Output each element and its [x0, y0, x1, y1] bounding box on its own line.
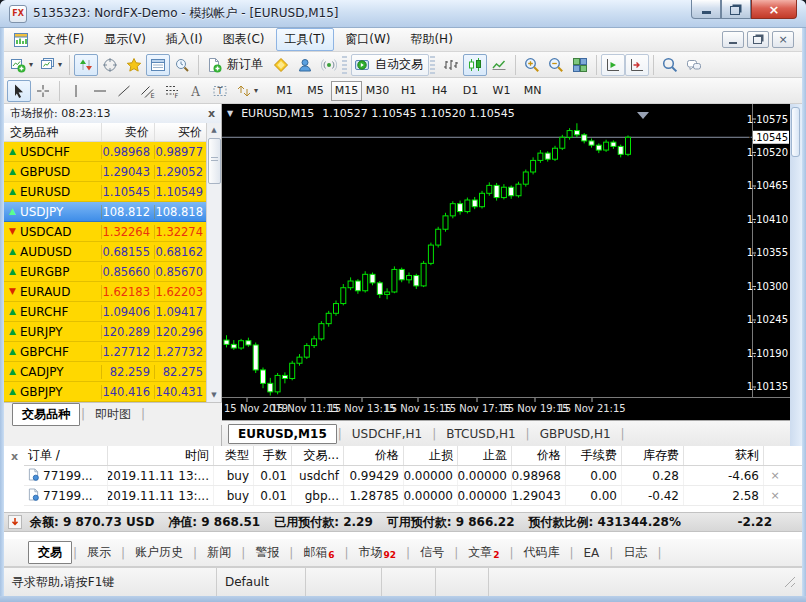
- market-watch-close-button[interactable]: x: [208, 107, 215, 120]
- market-watch-row[interactable]: ▲EURGBP0.856600.85670: [4, 262, 207, 282]
- column-header[interactable]: 手数: [254, 446, 292, 465]
- market-watch-row[interactable]: ▲GBPCHF1.277121.27732: [4, 342, 207, 362]
- chevron-down-icon[interactable]: ▾: [29, 60, 33, 69]
- equidistant-channel-button[interactable]: E: [136, 80, 160, 102]
- market-watch-row[interactable]: ▲GBPUSD1.290431.29052: [4, 162, 207, 182]
- market-watch-tab[interactable]: 即时图: [86, 404, 140, 425]
- timeframe-m5[interactable]: M5: [300, 81, 331, 101]
- column-header[interactable]: 手续费: [566, 446, 622, 465]
- terminal-tab[interactable]: EA: [575, 544, 609, 562]
- terminal-tab[interactable]: 交易: [28, 541, 72, 564]
- minimize-button[interactable]: [691, 0, 721, 19]
- order-row[interactable]: 77199...2019.11.11 13:...buy0.01usdchf0.…: [24, 466, 802, 486]
- title-bar[interactable]: FX 5135323: NordFX-Demo - 模拟帐户 - [EURUSD…: [0, 0, 806, 28]
- chart-tab[interactable]: USDCHF,H1: [343, 425, 431, 443]
- column-header[interactable]: 止盈: [458, 446, 512, 465]
- toolbar-grip[interactable]: [430, 56, 435, 74]
- market-watch-button[interactable]: [74, 54, 98, 76]
- timeframe-m1[interactable]: M1: [269, 81, 300, 101]
- chevron-down-icon[interactable]: ▾: [58, 60, 62, 69]
- market-watch-row[interactable]: ▲EURUSD1.105451.10549: [4, 182, 207, 202]
- column-symbol[interactable]: 交易品种: [4, 123, 101, 141]
- vertical-scrollbar[interactable]: [790, 104, 802, 446]
- restore-button[interactable]: [721, 0, 751, 19]
- terminal-tab[interactable]: 代码库: [514, 542, 568, 563]
- close-button[interactable]: ×: [751, 0, 797, 19]
- terminal-close-button[interactable]: x: [8, 450, 21, 463]
- new-chart-button[interactable]: ▾: [7, 54, 36, 76]
- line-chart-button[interactable]: [487, 54, 511, 76]
- terminal-tab[interactable]: 新闻: [198, 542, 240, 563]
- autotrading-button[interactable]: 自动交易: [351, 54, 429, 76]
- terminal-tab[interactable]: 信号: [411, 542, 453, 563]
- text-button[interactable]: A: [184, 80, 208, 102]
- market-watch-row[interactable]: ▲GBPJPY140.416140.431: [4, 382, 207, 402]
- market-watch-row[interactable]: ▼EURAUD1.621831.62203: [4, 282, 207, 302]
- column-header[interactable]: 类型: [214, 446, 254, 465]
- column-header[interactable]: 订单 /: [24, 446, 108, 465]
- column-header[interactable]: 止损: [404, 446, 458, 465]
- tile-windows-button[interactable]: [568, 54, 592, 76]
- column-header[interactable]: 时间: [108, 446, 214, 465]
- close-position-icon[interactable]: ×: [764, 489, 786, 502]
- menu-item-file[interactable]: 文件(F): [35, 28, 93, 51]
- market-watch-row[interactable]: ▲AUDUSD0.681550.68162: [4, 242, 207, 262]
- scroll-up-icon[interactable]: ▲: [207, 123, 221, 137]
- zoom-out-button[interactable]: [544, 54, 568, 76]
- vertical-line-button[interactable]: [64, 80, 88, 102]
- terminal-tab[interactable]: 展示: [78, 542, 120, 563]
- fibonacci-button[interactable]: F: [160, 80, 184, 102]
- trendline-button[interactable]: [112, 80, 136, 102]
- column-ask[interactable]: 买价: [154, 123, 207, 141]
- bar-chart-button[interactable]: [439, 54, 463, 76]
- text-label-button[interactable]: T: [208, 80, 232, 102]
- chat-button[interactable]: [682, 54, 706, 76]
- market-watch-row[interactable]: ▲EURCHF1.094061.09417: [4, 302, 207, 322]
- terminal-tab[interactable]: 警报: [246, 542, 288, 563]
- menu-item-view[interactable]: 显示(V): [95, 28, 155, 51]
- signals-button[interactable]: [317, 54, 341, 76]
- timeframe-h4[interactable]: H4: [424, 81, 455, 101]
- mdi-close-button[interactable]: ×: [772, 31, 794, 48]
- chevron-down-icon[interactable]: ▼: [227, 109, 233, 118]
- shapes-button[interactable]: ▾: [232, 80, 261, 102]
- column-header[interactable]: 交易...: [292, 446, 344, 465]
- mdi-restore-button[interactable]: [747, 31, 769, 48]
- menu-item-tools[interactable]: 工具(T): [276, 28, 335, 51]
- menu-item-window[interactable]: 窗口(W): [336, 28, 399, 51]
- terminal-tab[interactable]: 日志: [614, 542, 656, 563]
- terminal-tab[interactable]: 邮箱6: [294, 542, 343, 563]
- close-position-icon[interactable]: ×: [764, 469, 786, 482]
- community-button[interactable]: [293, 54, 317, 76]
- toolbar-grip[interactable]: [342, 56, 347, 74]
- timeframe-m30[interactable]: M30: [362, 81, 393, 101]
- terminal-panel-button[interactable]: [146, 54, 170, 76]
- timeframe-h1[interactable]: H1: [393, 81, 424, 101]
- search-button[interactable]: [658, 54, 682, 76]
- market-watch-row[interactable]: ▲EURJPY120.289120.296: [4, 322, 207, 342]
- status-profile[interactable]: Default: [217, 568, 306, 596]
- market-watch-tab[interactable]: 交易品种: [12, 403, 80, 426]
- profiles-button[interactable]: ▾: [36, 54, 65, 76]
- timeframe-w1[interactable]: W1: [486, 81, 517, 101]
- chart-tab[interactable]: BTCUSD,H1: [437, 425, 524, 443]
- menu-item-help[interactable]: 帮助(H): [401, 28, 461, 51]
- terminal-tab[interactable]: 文章2: [459, 542, 508, 563]
- timeframe-d1[interactable]: D1: [455, 81, 486, 101]
- candlestick-chart-button[interactable]: [463, 54, 487, 76]
- timeframe-mn[interactable]: MN: [517, 81, 548, 101]
- terminal-tab[interactable]: 市场92: [350, 542, 406, 563]
- timeframe-m15[interactable]: M15: [331, 81, 362, 101]
- market-watch-row[interactable]: ▲USDCHF0.989680.98977: [4, 142, 207, 162]
- chart-tab[interactable]: EURUSD,M15: [228, 424, 337, 444]
- market-watch-row[interactable]: ▼USDCAD1.322641.32274: [4, 222, 207, 242]
- market-watch-scrollbar[interactable]: ▲ ▼: [206, 123, 221, 402]
- cursor-button[interactable]: [7, 80, 31, 102]
- terminal-tab[interactable]: 账户历史: [126, 542, 192, 563]
- auto-scroll-button[interactable]: [601, 54, 625, 76]
- zoom-in-button[interactable]: [520, 54, 544, 76]
- menu-item-insert[interactable]: 插入(I): [157, 28, 212, 51]
- chart-tab[interactable]: GBPUSD,H1: [531, 425, 620, 443]
- vertical-scrollbar-thumb[interactable]: [791, 107, 800, 157]
- order-row[interactable]: 77199...2019.11.11 13:...buy0.01gbp...1.…: [24, 486, 802, 506]
